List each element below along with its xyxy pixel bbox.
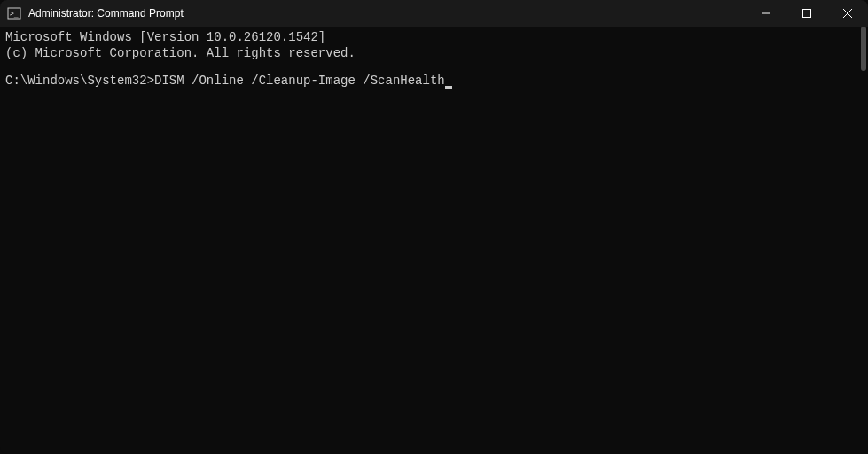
command-line: C:\Windows\System32>DISM /Online /Cleanu… <box>5 74 863 90</box>
vertical-scrollbar[interactable] <box>856 27 868 454</box>
prompt-text: C:\Windows\System32> <box>5 74 154 90</box>
copyright-line: (c) Microsoft Corporation. All rights re… <box>5 46 863 62</box>
blank-line <box>5 61 863 74</box>
window-controls <box>746 0 868 27</box>
svg-text:>_: >_ <box>10 10 19 18</box>
close-button[interactable] <box>827 0 868 27</box>
window-titlebar[interactable]: >_ Administrator: Command Prompt <box>0 0 868 27</box>
terminal-output[interactable]: Microsoft Windows [Version 10.0.26120.15… <box>0 27 868 454</box>
command-text: DISM /Online /Cleanup-Image /ScanHealth <box>154 74 445 90</box>
window-title: Administrator: Command Prompt <box>28 7 746 20</box>
scrollbar-thumb[interactable] <box>861 27 866 71</box>
version-line: Microsoft Windows [Version 10.0.26120.15… <box>5 30 863 46</box>
svg-rect-3 <box>803 10 811 18</box>
maximize-button[interactable] <box>786 0 827 27</box>
minimize-button[interactable] <box>746 0 786 27</box>
cmd-icon: >_ <box>7 6 21 20</box>
cursor-icon <box>445 86 452 89</box>
